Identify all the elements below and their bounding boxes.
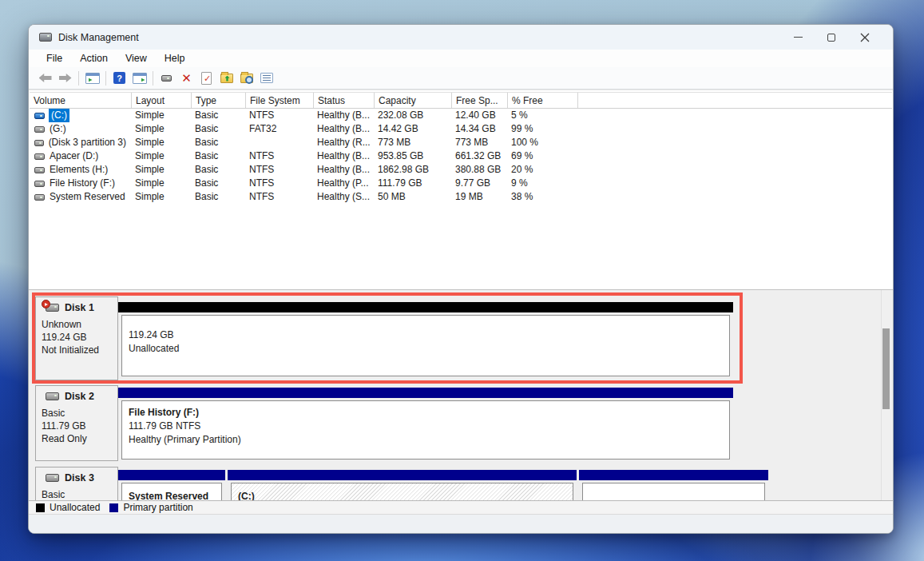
volume-row-elements[interactable]: Elements (H:) Simple Basic NTFS Healthy …: [29, 163, 893, 177]
volume-row-system-reserved[interactable]: System Reserved Simple Basic NTFS Health…: [29, 190, 893, 204]
titlebar[interactable]: Disk Management: [29, 25, 893, 50]
back-button[interactable]: [35, 69, 55, 87]
column-header-file-system[interactable]: File System: [246, 93, 314, 108]
menu-action[interactable]: Action: [71, 53, 117, 64]
volume-pct-free: 5 %: [507, 109, 577, 122]
disk-type: Basic: [42, 407, 112, 420]
disk-icon: [46, 474, 59, 482]
disk-size: 119.24 GB: [42, 331, 112, 344]
volume-status: Healthy (R...: [313, 136, 374, 149]
close-button[interactable]: [848, 25, 882, 50]
column-header-free-space[interactable]: Free Sp...: [452, 93, 508, 108]
minimize-button[interactable]: [781, 25, 815, 50]
partition-c[interactable]: (C:): [228, 470, 577, 500]
disk2-graph[interactable]: File History (F:) 111.79 GB NTFS Healthy…: [118, 388, 733, 460]
volume-status: Healthy (B...: [313, 109, 374, 122]
volume-list-header: Volume Layout Type File System Status Ca…: [30, 92, 892, 109]
column-header-volume[interactable]: Volume: [30, 93, 132, 108]
volume-row-apacer[interactable]: Apacer (D:) Simple Basic NTFS Healthy (B…: [29, 149, 893, 163]
folder-up-button[interactable]: [216, 69, 236, 87]
maximize-icon: [827, 34, 835, 42]
properties-button[interactable]: [256, 69, 276, 87]
menu-help[interactable]: Help: [156, 53, 194, 64]
volume-status: Healthy (B...: [313, 122, 374, 136]
maximize-button[interactable]: [815, 25, 848, 50]
volume-pct-free: 38 %: [507, 190, 577, 204]
column-header-pct-free[interactable]: % Free: [508, 93, 578, 108]
toolbar-separator: [153, 71, 153, 86]
delete-volume-button[interactable]: [176, 69, 196, 87]
disk1-label-panel[interactable]: Disk 1 Unknown 119.24 GB Not Initialized: [35, 296, 118, 380]
volume-capacity: 1862.98 GB: [374, 163, 451, 177]
volume-free: 661.32 GB: [451, 149, 507, 163]
volume-layout: Simple: [131, 122, 191, 136]
volume-name[interactable]: File History (F:): [49, 177, 116, 190]
disk3-label-panel[interactable]: Disk 3 Basic: [35, 467, 118, 500]
scrollbar-thumb[interactable]: [882, 328, 890, 409]
disk-management-app-icon: [39, 33, 52, 42]
legend-primary-partition-label: Primary partition: [123, 502, 192, 513]
disk1-graph[interactable]: 119.24 GB Unallocated: [118, 302, 733, 376]
column-header-layout[interactable]: Layout: [132, 93, 192, 108]
disk-status: Not Initialized: [42, 344, 112, 356]
unallocated-band: [118, 302, 733, 312]
volume-layout: Simple: [131, 190, 191, 204]
forward-button[interactable]: [55, 69, 75, 87]
volume-pct-free: 9 %: [507, 177, 577, 190]
volume-pct-free: 69 %: [507, 149, 577, 163]
not-initialized-badge-icon: [42, 300, 50, 308]
column-header-filler: [578, 93, 892, 108]
properties-icon: [260, 73, 273, 83]
disk-icon: [46, 392, 59, 400]
partition-system-reserved[interactable]: System Reserved: [118, 470, 225, 500]
volume-name[interactable]: Apacer (D:): [49, 149, 99, 163]
disk-name: Disk 2: [65, 391, 94, 402]
volume-name[interactable]: (G:): [49, 122, 67, 136]
column-header-capacity[interactable]: Capacity: [375, 93, 452, 108]
volume-type: Basic: [191, 109, 245, 122]
volume-row-c[interactable]: (C:) Simple Basic NTFS Healthy (B... 232…: [29, 109, 893, 122]
help-button[interactable]: [109, 69, 129, 87]
window-title: Disk Management: [58, 32, 139, 43]
column-header-status[interactable]: Status: [314, 93, 375, 108]
volume-icon: [34, 153, 45, 160]
volume-name[interactable]: (C:): [49, 109, 69, 122]
partition-unlabeled[interactable]: [579, 470, 768, 500]
volume-type: Basic: [191, 163, 245, 177]
check-page-button[interactable]: [196, 69, 216, 87]
disk-status: Read Only: [42, 432, 112, 445]
volume-layout: Simple: [131, 136, 191, 149]
drive-settings-button[interactable]: [157, 69, 176, 87]
column-header-type[interactable]: Type: [192, 93, 246, 108]
action-pane-button[interactable]: [129, 69, 149, 87]
volume-capacity: 14.42 GB: [374, 122, 451, 136]
volume-status: Healthy (B...: [313, 163, 374, 177]
folder-up-icon: [220, 74, 233, 83]
disk-name: Disk 3: [65, 472, 94, 483]
disk-type: Unknown: [42, 318, 112, 331]
disk-management-window: Disk Management File Action View Help: [28, 24, 894, 534]
checklist-page-icon: [201, 72, 212, 85]
disk2-label-panel[interactable]: Disk 2 Basic 111.79 GB Read Only: [35, 385, 118, 461]
menu-view[interactable]: View: [117, 53, 156, 64]
status-bar: [29, 514, 893, 533]
primary-partition-band: [579, 470, 768, 480]
volume-type: Basic: [191, 149, 245, 163]
volume-free: 14.34 GB: [451, 122, 507, 136]
partition-status: Unallocated: [129, 342, 729, 356]
volume-row-disk3-partition3[interactable]: (Disk 3 partition 3) Simple Basic Health…: [29, 136, 893, 149]
volume-fs: NTFS: [245, 149, 313, 163]
volume-name[interactable]: System Reserved: [49, 190, 126, 204]
menu-file[interactable]: File: [38, 53, 71, 64]
volume-row-file-history[interactable]: File History (F:) Simple Basic NTFS Heal…: [29, 177, 893, 190]
console-tree-button[interactable]: [82, 69, 102, 87]
volume-row-g[interactable]: (G:) Simple Basic FAT32 Healthy (B... 14…: [29, 122, 893, 136]
menubar: File Action View Help: [29, 50, 893, 67]
folder-search-button[interactable]: [236, 69, 256, 87]
volume-icon: [34, 181, 45, 187]
vertical-scrollbar[interactable]: [881, 290, 890, 500]
volume-name[interactable]: (Disk 3 partition 3): [48, 136, 127, 149]
partition-size: 119.24 GB: [129, 328, 729, 342]
volume-name[interactable]: Elements (H:): [49, 163, 109, 177]
close-icon: [860, 33, 870, 42]
